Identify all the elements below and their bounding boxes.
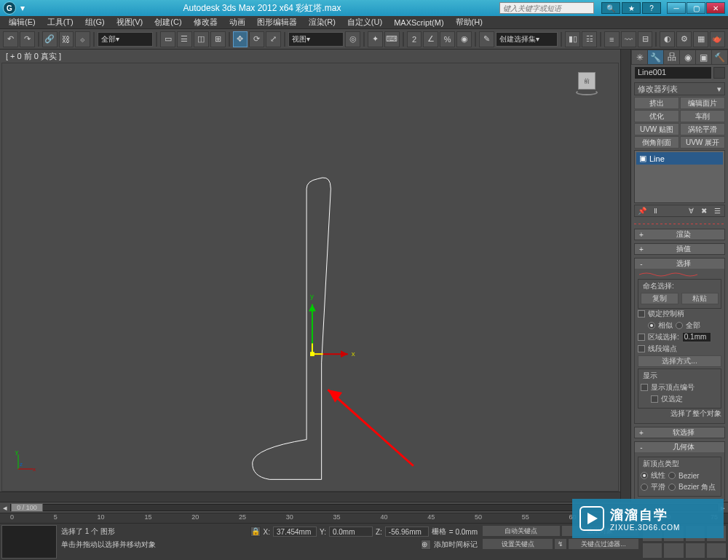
select-scale-button[interactable]: ⤢	[266, 31, 281, 47]
time-slider-handle[interactable]: 0 / 100	[11, 503, 43, 512]
render-button[interactable]: 🫖	[710, 31, 725, 47]
menu-maxscript[interactable]: MAXScript(M)	[388, 17, 449, 28]
rollup-selection-header[interactable]: -选择	[635, 259, 724, 269]
app-logo[interactable]: G	[3, 1, 16, 15]
viewport-label[interactable]: [ + 0 前 0 真实 ]	[0, 50, 620, 63]
remove-mod-icon[interactable]: ✖	[698, 205, 710, 216]
menu-help[interactable]: 帮助(H)	[450, 15, 488, 29]
stack-item-line[interactable]: ▣Line	[636, 152, 723, 165]
paste-selection-button[interactable]: 粘贴	[681, 293, 719, 304]
viewport-scrollbar-v[interactable]	[620, 50, 630, 502]
modbtn-uvwunwrap[interactable]: UVW 展开	[680, 136, 725, 149]
vtype-smooth-radio[interactable]	[641, 484, 648, 491]
object-color-swatch[interactable]	[713, 67, 725, 79]
tab-display[interactable]: ▣	[696, 50, 711, 64]
keyboard-shortcut-button[interactable]: ⌨	[384, 31, 400, 47]
modbtn-lathe[interactable]: 车削	[680, 110, 725, 122]
viewcube-ring[interactable]	[576, 90, 598, 95]
pin-stack-icon[interactable]: 📌	[636, 205, 648, 216]
make-unique-icon[interactable]: ∀	[685, 205, 697, 216]
render-frame-button[interactable]: ▦	[693, 31, 708, 47]
modbtn-bevelprofile[interactable]: 倒角剖面	[634, 136, 679, 149]
viewcube-face[interactable]: 前	[578, 72, 596, 90]
menu-edit[interactable]: 编辑(E)	[3, 15, 41, 29]
nav-maximize[interactable]	[706, 543, 727, 559]
rollup-geom-header[interactable]: -几何体	[635, 442, 724, 452]
coord-z-field[interactable]: -56.96mm	[385, 527, 429, 537]
vtype-linear-radio[interactable]	[641, 472, 648, 479]
link-button[interactable]: 🔗	[42, 31, 58, 47]
select-region-button[interactable]: ◫	[194, 31, 209, 47]
menu-grapheditor[interactable]: 图形编辑器	[251, 15, 303, 29]
coord-x-field[interactable]: 37.454mm	[273, 527, 317, 537]
rollup-render-header[interactable]: +渲染	[635, 229, 724, 240]
rollup-softsel-header[interactable]: +软选择	[635, 427, 724, 438]
maximize-button[interactable]: ▢	[687, 2, 705, 14]
select-rotate-button[interactable]: ⟳	[249, 31, 264, 47]
use-center-button[interactable]: ◎	[345, 31, 360, 47]
copy-selection-button[interactable]: 复制	[641, 293, 678, 304]
snap-angle-button[interactable]: ∠	[423, 31, 438, 47]
modbtn-editpatch[interactable]: 编辑面片	[680, 97, 725, 109]
setkey-button[interactable]: 设置关键点	[482, 538, 553, 550]
only-selected-checkbox[interactable]	[651, 395, 658, 403]
infocenter-btn-2[interactable]: ★	[622, 2, 641, 14]
undo-button[interactable]: ↶	[3, 31, 18, 47]
viewcube[interactable]: 前	[574, 71, 599, 95]
menu-tools[interactable]: 工具(T)	[41, 15, 79, 29]
tab-motion[interactable]: ◉	[680, 50, 695, 64]
help-search-input[interactable]	[499, 2, 594, 14]
expand-icon[interactable]: ▣	[639, 154, 646, 163]
infocenter-btn-3[interactable]: ?	[642, 2, 661, 14]
layers-button[interactable]: ≡	[604, 31, 620, 47]
object-name-field[interactable]: Line001	[634, 66, 712, 79]
rollup-interp-header[interactable]: +插值	[635, 244, 724, 254]
mini-listener[interactable]	[1, 525, 57, 559]
named-selection-dropdown[interactable]: 创建选择集 ▾	[496, 32, 558, 47]
modifier-stack[interactable]: ▣Line	[634, 150, 725, 202]
tab-hierarchy[interactable]: 品	[664, 50, 679, 64]
all-radio[interactable]	[676, 322, 683, 329]
snap-percent-button[interactable]: %	[440, 31, 455, 47]
timeslider-prev-icon[interactable]: ◂	[3, 503, 7, 513]
modbtn-turbosmooth[interactable]: 涡轮平滑	[680, 123, 725, 135]
show-end-icon[interactable]: Ⅱ	[649, 205, 661, 216]
nav-orbit[interactable]	[685, 543, 705, 559]
modifier-list-dropdown[interactable]: 修改器列表▾	[634, 82, 725, 95]
add-time-tag-label[interactable]: 添加时间标记	[434, 540, 478, 550]
lock-icon[interactable]: 🔒	[250, 527, 261, 537]
menu-animation[interactable]: 动画	[223, 15, 251, 29]
menu-create[interactable]: 创建(C)	[149, 15, 187, 29]
unlink-button[interactable]: ⛓	[59, 31, 74, 47]
vtype-bezier-radio[interactable]	[668, 472, 676, 479]
schematic-button[interactable]: ⊟	[638, 31, 653, 47]
nav-walk[interactable]	[663, 543, 684, 559]
autokey-button[interactable]: 自动关键点	[482, 525, 561, 537]
menu-group[interactable]: 组(G)	[79, 15, 111, 29]
area-select-spinner[interactable]: 0.1mm	[682, 332, 711, 342]
lock-handles-checkbox[interactable]	[638, 310, 645, 318]
minimize-button[interactable]: ─	[667, 2, 686, 14]
select-object-button[interactable]: ▭	[160, 31, 175, 47]
refcoord-dropdown[interactable]: 视图 ▾	[288, 32, 344, 47]
menu-customize[interactable]: 自定义(U)	[341, 15, 388, 29]
keyfilter-button[interactable]: 关键点过滤器...	[568, 538, 639, 550]
select-move-button[interactable]: ✥	[233, 31, 248, 47]
menu-modifiers[interactable]: 修改器	[188, 15, 223, 29]
area-select-checkbox[interactable]	[638, 334, 645, 341]
mirror-button[interactable]: ▮▯	[565, 31, 580, 47]
seg-end-checkbox[interactable]	[638, 345, 645, 352]
snap-spinner-button[interactable]: ◉	[456, 31, 472, 47]
isolate-icon[interactable]: ⊕	[421, 540, 431, 550]
select-name-button[interactable]: ☰	[177, 31, 192, 47]
modbtn-optimize[interactable]: 优化	[634, 110, 679, 122]
close-button[interactable]: ✕	[706, 2, 725, 14]
modbtn-extrude[interactable]: 挤出	[634, 97, 679, 109]
menu-render[interactable]: 渲染(R)	[303, 15, 341, 29]
nav-pan[interactable]	[642, 543, 662, 559]
coord-y-field[interactable]: 0.0mm	[329, 527, 373, 537]
window-crossing-button[interactable]: ⊞	[210, 31, 226, 47]
tab-utilities[interactable]: 🔨	[712, 50, 727, 64]
config-sets-icon[interactable]: ☰	[711, 205, 723, 216]
tab-create[interactable]: ✳	[632, 50, 647, 64]
